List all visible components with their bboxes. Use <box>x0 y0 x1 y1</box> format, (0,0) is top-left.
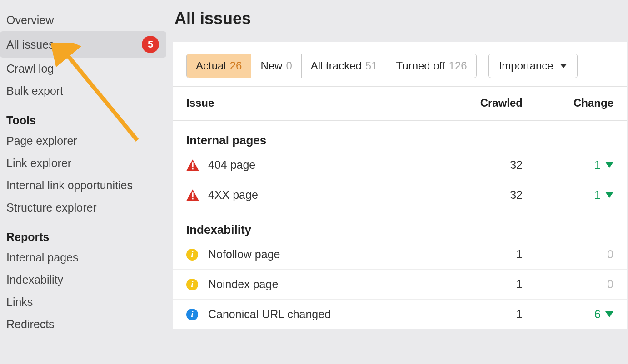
info-icon: i <box>186 309 198 320</box>
col-crawled: Crawled <box>432 97 523 109</box>
change-value: 1 <box>523 188 613 202</box>
sidebar-item-label: Page explorer <box>6 134 77 148</box>
segment-count: 51 <box>365 59 378 72</box>
sidebar-item-label: Indexability <box>6 273 63 286</box>
segment-label: Actual <box>196 59 226 72</box>
chevron-down-icon <box>560 64 567 68</box>
table-header: Issue Crawled Change <box>173 87 627 121</box>
table-row[interactable]: i Canonical URL changed 1 6 <box>173 300 627 329</box>
table-row[interactable]: i Nofollow page 1 0 <box>173 240 627 270</box>
error-triangle-icon <box>186 159 199 171</box>
error-triangle-icon <box>186 189 199 201</box>
crawled-value: 1 <box>432 248 523 261</box>
change-value: 6 <box>523 308 613 321</box>
sidebar-item-link-explorer[interactable]: Link explorer <box>0 152 173 174</box>
sidebar-header-tools: Tools <box>0 102 173 130</box>
sidebar-item-redirects[interactable]: Redirects <box>0 313 173 335</box>
svg-rect-0 <box>192 162 193 167</box>
sidebar-item-indexability[interactable]: Indexability <box>0 269 173 291</box>
section-title: Indexability <box>173 210 627 240</box>
change-value: 0 <box>523 278 613 291</box>
segment-count: 26 <box>230 59 242 72</box>
segment-group: Actual 26 New 0 All tracked 51 Turned of… <box>186 54 477 78</box>
sidebar-item-crawl-log[interactable]: Crawl log <box>0 58 173 80</box>
filters-bar: Actual 26 New 0 All tracked 51 Turned of… <box>173 42 627 87</box>
crawled-value: 32 <box>432 188 523 202</box>
sidebar-item-label: Bulk export <box>6 84 63 98</box>
segment-label: Turned off <box>396 59 445 72</box>
segment-label: All tracked <box>311 59 362 72</box>
crawled-value: 1 <box>432 308 523 321</box>
sidebar-item-internal-pages[interactable]: Internal pages <box>0 246 173 269</box>
sidebar-header-reports: Reports <box>0 219 173 246</box>
page-title: All issues <box>173 9 628 28</box>
segment-count: 126 <box>449 59 467 72</box>
sidebar-item-links[interactable]: Links <box>0 291 173 313</box>
sidebar-item-label: Link explorer <box>6 157 71 170</box>
warning-info-icon: i <box>186 279 198 290</box>
svg-rect-1 <box>192 167 193 169</box>
sidebar-item-all-issues[interactable]: All issues 5 <box>0 31 166 58</box>
sidebar-item-internal-link-opportunities[interactable]: Internal link opportunities <box>0 174 173 197</box>
segment-new[interactable]: New 0 <box>251 54 301 78</box>
svg-rect-2 <box>192 192 193 197</box>
issue-name: Noindex page <box>208 278 432 291</box>
issues-card: Actual 26 New 0 All tracked 51 Turned of… <box>173 42 627 329</box>
change-value: 1 <box>523 158 613 172</box>
sidebar-item-label: Redirects <box>6 318 55 331</box>
sidebar-item-structure-explorer[interactable]: Structure explorer <box>0 197 173 219</box>
sidebar-item-label: Internal link opportunities <box>6 179 133 192</box>
importance-dropdown[interactable]: Importance <box>488 54 578 78</box>
importance-label: Importance <box>499 59 553 72</box>
segment-label: New <box>260 59 282 72</box>
table-row[interactable]: 4XX page 32 1 <box>173 180 627 210</box>
trend-down-icon <box>605 192 613 198</box>
segment-count: 0 <box>286 59 292 72</box>
badge-count: 5 <box>142 36 159 53</box>
sidebar-item-overview[interactable]: Overview <box>0 9 173 31</box>
sidebar-item-label: Internal pages <box>6 251 78 264</box>
trend-down-icon <box>605 311 613 317</box>
sidebar: Overview All issues 5 Crawl log Bulk exp… <box>0 0 173 364</box>
change-value: 0 <box>523 248 613 261</box>
sidebar-item-label: All issues <box>6 38 55 51</box>
segment-all-tracked[interactable]: All tracked 51 <box>302 54 387 78</box>
segment-actual[interactable]: Actual 26 <box>187 54 251 78</box>
sidebar-item-label: Structure explorer <box>6 201 97 214</box>
main: All issues Actual 26 New 0 All tracked 5… <box>173 0 628 364</box>
table-row[interactable]: 404 page 32 1 <box>173 150 627 180</box>
sidebar-item-label: Links <box>6 295 33 309</box>
table-row[interactable]: i Noindex page 1 0 <box>173 270 627 300</box>
trend-down-icon <box>605 162 613 168</box>
sidebar-item-label: Crawl log <box>6 62 54 75</box>
section-title: Internal pages <box>173 121 627 150</box>
issue-name: 4XX page <box>208 188 432 202</box>
sidebar-item-label: Overview <box>6 14 54 27</box>
col-change: Change <box>523 97 613 109</box>
crawled-value: 32 <box>432 158 523 172</box>
issue-name: 404 page <box>208 158 432 172</box>
crawled-value: 1 <box>432 278 523 291</box>
sidebar-item-bulk-export[interactable]: Bulk export <box>0 80 173 102</box>
issue-name: Nofollow page <box>208 248 432 261</box>
sidebar-item-page-explorer[interactable]: Page explorer <box>0 130 173 152</box>
svg-rect-3 <box>192 197 193 199</box>
col-issue: Issue <box>186 97 432 109</box>
segment-turned-off[interactable]: Turned off 126 <box>387 54 476 78</box>
warning-info-icon: i <box>186 249 198 261</box>
issue-name: Canonical URL changed <box>208 308 432 321</box>
